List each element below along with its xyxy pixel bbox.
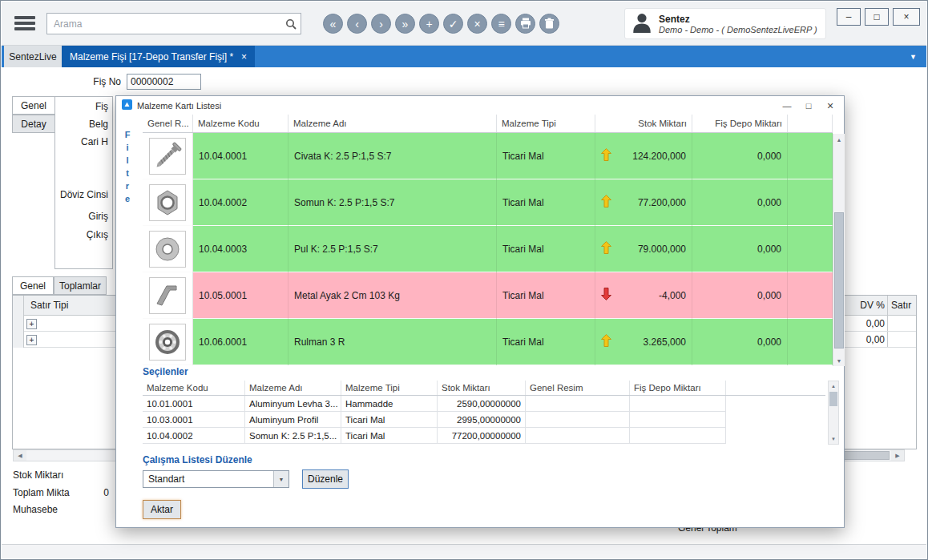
calisma-listesi-title: Çalışma Listesi Düzenle [143, 454, 252, 465]
column-stok-miktari[interactable]: Stok Miktarı [438, 381, 526, 395]
column-malzeme-kodu[interactable]: Malzeme Kodu [143, 381, 245, 395]
tab-malzeme-fisi[interactable]: Malzeme Fişi [17-Depo Transfer Fişi] * × [62, 46, 255, 67]
stock-up-arrow-icon [601, 241, 611, 256]
material-code: 10.04.0002 [143, 428, 245, 443]
column-stok-miktari[interactable]: Stok Miktarı [595, 115, 692, 132]
selected-table-scrollbar[interactable]: ▲ ▼ [828, 381, 839, 445]
tab-close-icon[interactable]: × [241, 51, 247, 62]
expand-row-button[interactable]: + [26, 319, 37, 329]
column-malzeme-adi[interactable]: Malzeme Adı [245, 381, 341, 395]
depot-amount: 0,000 [692, 226, 788, 272]
first-record-button[interactable]: « [323, 14, 343, 34]
fis-no-input[interactable] [127, 74, 201, 90]
material-code: 10.04.0001 [193, 133, 288, 179]
scroll-up-icon[interactable]: ▲ [833, 134, 845, 145]
material-image-cell [526, 396, 630, 411]
duzenle-button[interactable]: Düzenle [302, 469, 349, 489]
column-genel-resim[interactable]: Genel Resim [526, 381, 630, 395]
filter-panel-tab[interactable]: Filtre [123, 130, 132, 207]
side-tab-detay[interactable]: Detay [12, 115, 55, 133]
dialog-minimize-button[interactable]: — [777, 98, 797, 113]
list-icon: ≡ [498, 18, 504, 30]
stock-amount: 2995,00000000 [438, 412, 526, 427]
stock-up-arrow-icon [601, 195, 611, 210]
column-genel-resim[interactable]: Genel R... [143, 115, 193, 132]
bottom-tab-genel[interactable]: Genel [12, 276, 54, 295]
material-list-scrollbar[interactable]: ▲ ▼ [833, 134, 845, 366]
column-fis-depo-miktari[interactable]: Fiş Depo Miktarı [630, 381, 726, 395]
column-malzeme-kodu[interactable]: Malzeme Kodu [193, 115, 288, 132]
save-button[interactable]: ✓ [443, 14, 463, 34]
material-name: Metal Ayak 2 Cm 103 Kg [288, 272, 497, 319]
search-icon[interactable] [281, 18, 301, 30]
column-malzeme-tipi[interactable]: Malzeme Tipi [341, 381, 438, 395]
scrollbar-thumb[interactable] [829, 392, 837, 406]
material-row[interactable]: 10.04.0002 Somun K: 2.5 P:1,5 S:7 Ticari… [143, 179, 833, 226]
menu-icon[interactable] [14, 14, 37, 33]
aktar-button[interactable]: Aktar [143, 500, 181, 519]
tab-list-chevron-icon[interactable]: ▼ [910, 53, 917, 61]
maximize-button[interactable]: □ [865, 8, 889, 26]
bottom-tab-toplamlar[interactable]: Toplamlar [54, 276, 107, 295]
search-input[interactable] [47, 18, 281, 30]
dialog-close-icon: × [827, 99, 833, 112]
column-malzeme-tipi[interactable]: Malzeme Tipi [497, 115, 595, 132]
material-name: Rulman 3 R [288, 319, 497, 365]
column-filler [726, 381, 825, 395]
add-record-button[interactable]: + [419, 14, 439, 34]
material-type: Ticari Mal [497, 179, 595, 226]
row-filler [788, 133, 833, 179]
status-strip [2, 544, 926, 558]
column-malzeme-adi[interactable]: Malzeme Adı [288, 115, 497, 132]
stok-miktari-label: Stok Miktarı [13, 469, 63, 481]
scroll-down-icon[interactable]: ▼ [833, 355, 845, 366]
minimize-button[interactable]: – [837, 8, 861, 26]
scroll-up-icon[interactable]: ▲ [829, 381, 838, 391]
material-row[interactable]: 10.04.0003 Pul K: 2.5 P:1,5 S:7 Ticari M… [143, 226, 833, 272]
selected-row[interactable]: 10.03.0001 Aluminyum Profil Ticari Mal 2… [143, 412, 726, 428]
delete-button[interactable] [539, 14, 559, 34]
field-label-doviz-cinsi: Döviz Cinsi [60, 189, 108, 200]
expand-row-button[interactable]: + [26, 335, 37, 345]
scroll-left-icon[interactable]: ◀ [14, 450, 26, 461]
column-fis-depo-miktari[interactable]: Fiş Depo Miktarı [692, 115, 788, 132]
nut-image [149, 184, 186, 221]
material-row[interactable]: 10.05.0001 Metal Ayak 2 Cm 103 Kg Ticari… [143, 272, 833, 319]
scrollbar-thumb[interactable] [834, 212, 844, 348]
material-row[interactable]: 10.06.0001 Rulman 3 R Ticari Mal 3.265,0… [143, 319, 833, 365]
selected-row[interactable]: 10.04.0002 Somun K: 2.5 P:1,5... Ticari … [143, 428, 726, 444]
column-satir-tipi[interactable]: Satır Tipi [30, 300, 68, 311]
stock-up-arrow-icon [601, 148, 611, 163]
print-button[interactable] [515, 14, 535, 34]
dropdown-icon[interactable]: ▼ [273, 471, 288, 487]
scroll-right-icon[interactable]: ▶ [891, 450, 904, 461]
field-label-cikis: Çıkış [87, 229, 108, 240]
dialog-titlebar[interactable]: Malzeme Kartı Listesi [116, 96, 844, 115]
tab-sentezlive[interactable]: SentezLive [4, 46, 62, 67]
close-button[interactable]: × [893, 8, 920, 26]
previous-record-button[interactable]: ‹ [347, 14, 367, 34]
bottom-tab-genel-label: Genel [20, 280, 46, 292]
worklist-selected-value: Standart [143, 471, 273, 487]
next-record-button[interactable]: › [371, 14, 391, 34]
aktar-button-label: Aktar [151, 504, 173, 515]
side-tab-genel[interactable]: Genel [12, 96, 55, 115]
cancel-button[interactable]: × [467, 14, 487, 34]
last-record-button[interactable]: » [395, 14, 415, 34]
dialog-close-button[interactable]: × [820, 98, 841, 113]
worklist-select[interactable]: Standart ▼ [143, 470, 289, 488]
dialog-app-icon [122, 99, 132, 112]
column-satir[interactable]: Satır [891, 300, 911, 311]
row-filler [788, 272, 833, 319]
material-row[interactable]: 10.04.0001 Civata K: 2.5 P:1,5 S:7 Ticar… [143, 133, 833, 179]
selected-table-header: Malzeme Kodu Malzeme Adı Malzeme Tipi St… [143, 381, 825, 396]
main-toolbar: « ‹ › » + ✓ × ≡ Sentez Demo - Demo - ( D… [2, 2, 926, 46]
selected-row[interactable]: 10.01.0001 Aluminyum Levha 3... Hammadde… [143, 396, 726, 412]
user-panel[interactable]: Sentez Demo - Demo - ( DemoSentezLiveERP… [624, 8, 826, 39]
metal-leg-image [149, 277, 186, 314]
depot-amount [630, 412, 726, 427]
list-button[interactable]: ≡ [491, 14, 511, 34]
dialog-maximize-button[interactable]: □ [798, 98, 819, 113]
stock-amount: -4,000 [659, 290, 686, 301]
scroll-down-icon[interactable]: ▼ [829, 434, 838, 444]
